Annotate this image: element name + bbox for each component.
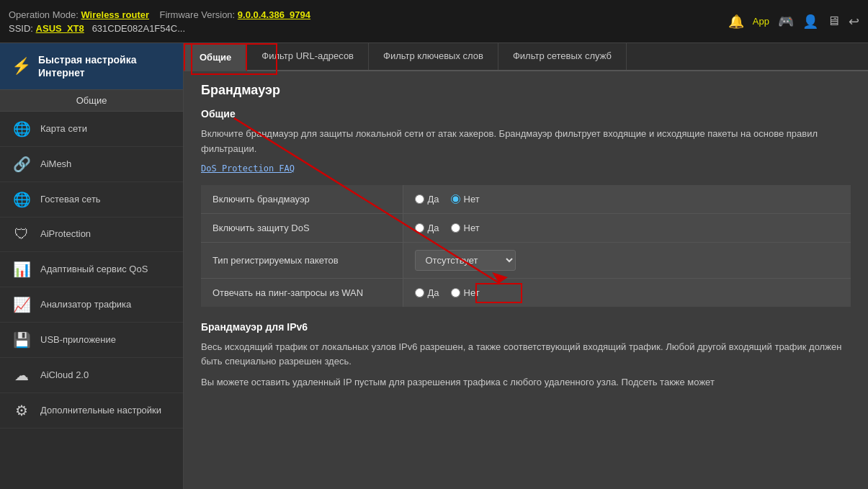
sidebar-item-label-guest: Гостевая сеть [40,194,101,206]
packet-log-label: Тип регистрируемых пакетов [201,242,403,278]
firewall-yes-radio[interactable] [415,194,424,204]
op-mode-link[interactable]: Wireless router [81,9,149,20]
sidebar-section-general: Общие [0,90,183,112]
sidebar-quick-setup[interactable]: ⚡ Быстрая настройка Интернет [0,43,183,90]
sidebar-item-label-usb: USB-приложение [40,334,116,346]
table-row: Тип регистрируемых пакетов Отсутствует П… [201,242,851,278]
traffic-analyzer-icon: 📈 [12,296,32,313]
main-layout: ⚡ Быстрая настройка Интернет Общие 🌐 Кар… [0,43,868,489]
ssid-label: SSID: [9,23,33,34]
header-icons: 🔔 App 🎮 👤 🖥 ↩ [728,14,859,30]
ipv6-description1: Весь исходящий трафик от локальных узлов… [201,340,851,370]
sidebar-item-label-aicloud: AiCloud 2.0 [40,369,89,382]
ipv6-title: Брандмауэр для IPv6 [201,321,851,333]
guest-network-icon: 🌐 [12,191,32,208]
wan-ping-radio-group: Да Нет [415,287,840,298]
firewall-no-label: Нет [464,194,480,205]
dos-enable-label: Включить защиту DoS [201,213,403,242]
app-label[interactable]: App [753,16,769,27]
sidebar-item-advanced-settings[interactable]: ⚙ Дополнительные настройки [0,393,183,429]
dos-yes-radio[interactable] [415,223,424,233]
sidebar-item-label-qos: Адаптивный сервис QoS [40,264,148,276]
gamepad-icon[interactable]: 🎮 [778,14,794,30]
sidebar-item-adaptive-qos[interactable]: 📊 Адаптивный сервис QoS [0,252,183,287]
tab-general[interactable]: Общие [184,43,247,71]
usb-app-icon: 💾 [12,331,32,349]
tab-network-service-filter[interactable]: Фильтр сетевых служб [498,43,627,70]
wan-ping-no-option[interactable]: Нет [451,287,480,298]
table-row: Отвечать на пинг-запросы из WAN Да Нет [201,278,851,307]
sidebar-item-aicloud[interactable]: ☁ AiCloud 2.0 [0,358,183,393]
settings-table: Включить брандмауэр Да Нет [201,185,851,307]
dos-radio-group: Да Нет [415,223,840,233]
wan-ping-yes-label: Да [428,287,439,298]
sidebar-item-label-traffic: Анализатор трафика [40,299,131,311]
dos-no-radio[interactable] [451,223,460,233]
aimesh-icon: 🔗 [12,156,32,173]
op-mode-label: Operation Mode: [9,9,79,20]
packet-log-dropdown[interactable]: Отсутствует Принятые Отброшенные Все [415,250,516,271]
sidebar-item-guest-network[interactable]: 🌐 Гостевая сеть [0,182,183,217]
wan-ping-yes-radio[interactable] [415,288,424,297]
aiprotection-icon: 🛡 [12,226,32,243]
packet-log-value: Отсутствует Принятые Отброшенные Все [403,242,851,278]
firewall-no-option[interactable]: Нет [451,194,480,205]
advanced-settings-icon: ⚙ [12,402,32,419]
tab-bar: Общие Фильтр URL-адресов Фильтр ключевых… [184,43,868,71]
firewall-no-radio[interactable] [451,194,460,204]
fw-label: Firmware Version: [159,9,235,20]
sidebar-item-usb-app[interactable]: 💾 USB-приложение [0,323,183,358]
dos-yes-label: Да [428,223,439,233]
fw-version-link[interactable]: 9.0.0.4.386_9794 [238,9,310,20]
sidebar-item-aiprotection[interactable]: 🛡 AiProtection [0,217,183,252]
firewall-yes-label: Да [428,194,439,205]
tab-url-filter[interactable]: Фильтр URL-адресов [247,43,369,70]
ipv6-section: Брандмауэр для IPv6 Весь исходящий трафи… [201,321,851,390]
sidebar-item-label-aiprotection: AiProtection [40,228,91,241]
section-general-title: Общие [201,108,851,120]
wan-ping-value: Да Нет [403,278,851,307]
dos-no-label: Нет [464,223,480,233]
firewall-radio-group: Да Нет [415,194,840,205]
sidebar: ⚡ Быстрая настройка Интернет Общие 🌐 Кар… [0,43,184,489]
adaptive-qos-icon: 📊 [12,261,32,278]
firewall-enable-label: Включить брандмауэр [201,185,403,214]
ssid-extra: 631CDE082A1F54C... [92,23,185,34]
monitor-icon[interactable]: 🖥 [827,14,840,29]
sidebar-item-traffic-analyzer[interactable]: 📈 Анализатор трафика [0,287,183,323]
quick-setup-icon: ⚡ [12,57,31,76]
sidebar-item-label-network-map: Карта сети [40,123,87,135]
sidebar-item-aimesh[interactable]: 🔗 AiMesh [0,147,183,182]
sidebar-item-label-aimesh: AiMesh [40,158,71,171]
header-info: Operation Mode: Wireless router Firmware… [9,9,310,34]
table-row: Включить защиту DoS Да Нет [201,213,851,242]
page-content: Брандмауэр Общие Включите брандмауэр для… [184,71,868,489]
dos-yes-option[interactable]: Да [415,223,439,233]
ipv6-description2: Вы можете оставить удаленный IP пустым д… [201,375,851,390]
description-text: Включите брандмауэр для защиты локальной… [201,127,851,157]
ssid-link[interactable]: ASUS_XT8 [36,23,84,34]
dos-no-option[interactable]: Нет [451,223,480,233]
aicloud-icon: ☁ [12,367,32,384]
page-title: Брандмауэр [201,83,851,98]
user-icon[interactable]: 👤 [802,14,818,30]
dos-enable-value: Да Нет [403,213,851,242]
ssid-line: SSID: ASUS_XT8 631CDE082A1F54C... [9,23,310,34]
tab-keyword-filter[interactable]: Фильтр ключевых слов [369,43,498,70]
logout-icon[interactable]: ↩ [849,14,859,30]
operation-mode-line: Operation Mode: Wireless router Firmware… [9,9,310,20]
firewall-enable-value: Да Нет [403,185,851,214]
wan-ping-label: Отвечать на пинг-запросы из WAN [201,278,403,307]
network-map-icon: 🌐 [12,120,32,138]
wan-ping-yes-option[interactable]: Да [415,287,439,298]
bell-icon[interactable]: 🔔 [728,14,744,30]
wan-ping-no-radio[interactable] [451,288,460,297]
firewall-yes-option[interactable]: Да [415,194,439,205]
faq-link[interactable]: DoS Protection FAQ [201,163,295,174]
content-area: Общие Фильтр URL-адресов Фильтр ключевых… [184,43,868,489]
top-header: Operation Mode: Wireless router Firmware… [0,0,868,43]
sidebar-item-label-advanced: Дополнительные настройки [40,405,161,417]
sidebar-header-text: Быстрая настройка Интернет [38,53,136,79]
sidebar-item-network-map[interactable]: 🌐 Карта сети [0,112,183,147]
wan-ping-no-label: Нет [464,287,480,298]
